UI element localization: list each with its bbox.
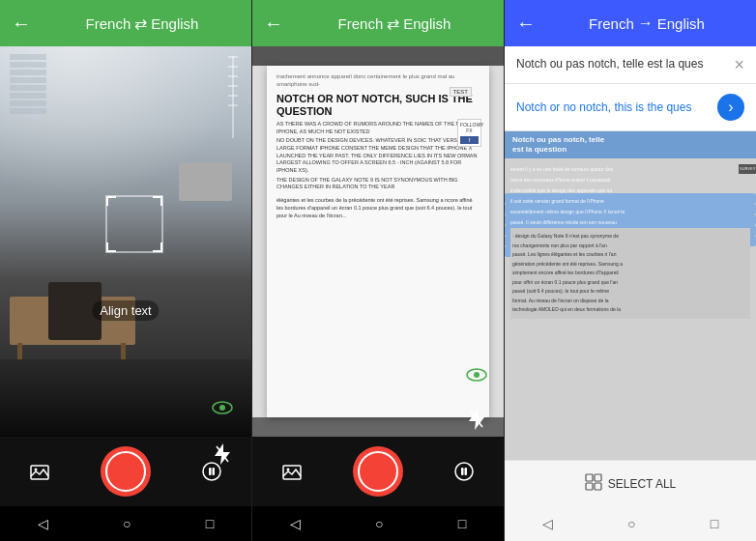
- sys-recent-3[interactable]: □: [711, 516, 718, 531]
- panel2-topbar: ← French ⇄ English: [252, 0, 504, 46]
- printer-object: [179, 162, 232, 201]
- scan-image-area: Notch ou pas notch, telleest la question…: [505, 131, 756, 460]
- flash-button-2[interactable]: [459, 402, 494, 437]
- side-controls-2: [459, 357, 494, 437]
- svg-rect-19: [595, 474, 601, 481]
- panel1-sysbar: ◁ ○ □: [0, 506, 251, 541]
- doc-top-bg: [252, 46, 504, 66]
- doc-follow-text: FOLLOWY FX: [460, 122, 479, 133]
- scan-body-text-normal: · design du Galaxy Note 9 n'est pas syno…: [510, 228, 750, 319]
- translated-text: Notch or no notch, this is the ques: [516, 100, 712, 116]
- go-arrow-icon: ›: [728, 99, 733, 116]
- panel2-bottombar: [252, 437, 504, 506]
- focus-corner-bl: [106, 242, 116, 252]
- doc-follow-box: FOLLOWY FX f: [457, 119, 481, 147]
- back-button-1[interactable]: ←: [8, 9, 35, 39]
- sys-recent-1[interactable]: □: [206, 516, 214, 531]
- focus-corner-tl: [106, 196, 116, 206]
- eye-button-2[interactable]: [459, 357, 494, 392]
- svg-rect-13: [465, 468, 468, 475]
- from-lang-3: French: [589, 15, 634, 32]
- go-button[interactable]: ›: [717, 94, 744, 121]
- pause-button-2[interactable]: [447, 454, 481, 489]
- doc-body-2: NO DOUBT ON THE DESIGN DEVICES. WHATEVER…: [276, 137, 480, 174]
- camera-viewfinder[interactable]: Align text: [0, 46, 251, 437]
- svg-rect-21: [595, 483, 601, 490]
- flash-button-1[interactable]: [205, 437, 240, 471]
- lang-pair-3[interactable]: French → English: [545, 14, 748, 32]
- scan-doc-background: Notch ou pas notch, telleest la question…: [505, 131, 756, 460]
- window-blinds: [10, 54, 46, 131]
- svg-rect-12: [461, 468, 464, 475]
- sys-home-1[interactable]: ○: [123, 516, 131, 531]
- room-background: Align text: [0, 46, 251, 437]
- highlighted-title-text: Notch ou pas notch, telleest la question: [512, 135, 604, 156]
- from-lang-1: French: [86, 15, 131, 32]
- panel3-topbar: ← French → English: [505, 0, 756, 46]
- svg-rect-20: [586, 483, 593, 490]
- survey-badge: SURVEY: [739, 164, 756, 174]
- back-button-2[interactable]: ←: [260, 9, 287, 39]
- panel2-sysbar: ◁ ○ □: [252, 506, 504, 541]
- lang-pair-1[interactable]: French ⇄ English: [41, 14, 244, 33]
- svg-point-1: [34, 469, 37, 471]
- select-all-label[interactable]: SELECT ALL: [608, 477, 677, 491]
- doc-paper: trachement annonce appareil donc certain…: [267, 66, 489, 417]
- to-lang-2: English: [403, 15, 451, 32]
- sys-back-3[interactable]: ◁: [542, 516, 553, 531]
- capture-inner-2: [358, 451, 398, 492]
- sys-back-2[interactable]: ◁: [290, 516, 301, 531]
- capture-button-1[interactable]: [101, 446, 151, 497]
- scan-body-text-highlighted: ement il y a eu une foule de rumeurs aut…: [510, 164, 750, 228]
- select-all-icon: [585, 473, 602, 495]
- align-text-label: Align text: [92, 300, 159, 321]
- swap-langs-icon-1[interactable]: ⇄: [134, 14, 147, 33]
- side-controls-1: [205, 390, 240, 471]
- svg-point-15: [474, 372, 480, 378]
- back-button-3[interactable]: ←: [512, 9, 539, 39]
- svg-point-10: [286, 469, 289, 471]
- document-scan-panel: ← French ⇄ English trachement annonce ap…: [252, 0, 505, 541]
- source-text-box: Notch ou pas notch, telle est la ques ×: [505, 46, 756, 84]
- doc-body-long: élégantes et les courbes de la précédent…: [276, 197, 480, 219]
- svg-point-6: [219, 405, 225, 411]
- doc-body-1: AS THERE WAS A CROWD OF RUMORS AROUND TH…: [276, 121, 480, 135]
- focus-corner-br: [153, 242, 162, 252]
- translation-result-panel: ← French → English Notch ou pas notch, t…: [505, 0, 756, 541]
- lang-pair-2[interactable]: French ⇄ English: [293, 14, 496, 33]
- select-all-bar[interactable]: SELECT ALL: [505, 460, 756, 506]
- focus-corner-tr: [153, 196, 162, 206]
- close-button[interactable]: ×: [734, 56, 744, 73]
- capture-inner-1: [105, 451, 146, 492]
- doc-test-badge: TEST: [450, 87, 472, 97]
- capture-button-2[interactable]: [353, 446, 403, 497]
- focus-box: [105, 195, 163, 253]
- sys-back-1[interactable]: ◁: [38, 516, 48, 531]
- source-text: Notch ou pas notch, telle est la ques: [516, 56, 728, 72]
- eye-button-1[interactable]: [205, 390, 240, 425]
- to-lang-3: English: [657, 15, 705, 32]
- swap-langs-icon-2[interactable]: ⇄: [387, 14, 399, 33]
- doc-body-3: THE DESIGN OF THE GALAXY NOTE 9 IS NOT S…: [276, 177, 480, 191]
- sys-recent-2[interactable]: □: [458, 516, 466, 531]
- to-lang-1: English: [151, 15, 198, 32]
- panel3-sysbar: ◁ ○ □: [505, 506, 756, 541]
- gallery-button-2[interactable]: [275, 454, 309, 489]
- gallery-button-1[interactable]: [22, 454, 57, 489]
- svg-point-11: [455, 463, 473, 480]
- menu-h-lines: [228, 56, 238, 106]
- sys-home-2[interactable]: ○: [375, 516, 383, 531]
- translation-result-box: Notch or no notch, this is the ques ›: [505, 84, 756, 131]
- panel1-topbar: ← French ⇄ English: [0, 0, 251, 46]
- from-lang-2: French: [338, 15, 384, 32]
- svg-rect-18: [586, 474, 593, 481]
- camera-panel: ← French ⇄ English: [0, 0, 252, 541]
- arrow-icon-3: →: [638, 14, 654, 32]
- sys-home-3[interactable]: ○: [627, 516, 635, 531]
- facebook-icon: f: [460, 136, 479, 144]
